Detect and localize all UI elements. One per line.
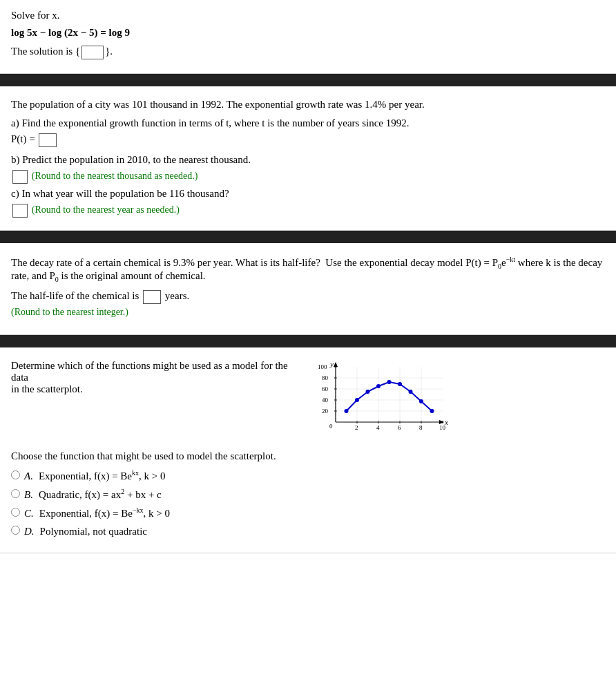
scatter-intro-text: Determine which of the functions might b… [11, 360, 301, 395]
answer-pt[interactable] [39, 133, 57, 147]
section-1: Solve for x. log 5x − log (2x − 5) = log… [0, 0, 616, 74]
solution-line: The solution is {}. [11, 46, 605, 59]
svg-text:4: 4 [376, 424, 380, 431]
divider-2 [0, 231, 616, 243]
halflife-prefix: The half-life of the chemical is [11, 290, 142, 301]
option-d-text: Polynomial, not quadratic [40, 526, 147, 537]
svg-text:y: y [329, 360, 334, 368]
answer-c-value[interactable] [12, 204, 28, 218]
scatter-line1: Determine which of the functions might b… [11, 360, 301, 383]
option-d[interactable]: D. Polynomial, not quadratic [11, 525, 605, 537]
part-c-answer-row: (Round to the nearest year as needed.) [11, 204, 605, 218]
svg-text:60: 60 [322, 385, 329, 392]
svg-point-39 [398, 382, 402, 386]
population-intro: The population of a city was 101 thousan… [11, 99, 605, 111]
svg-text:2: 2 [355, 424, 358, 431]
section-4: Determine which of the functions might b… [0, 347, 616, 553]
divider-1 [0, 74, 616, 86]
part-b-answer-row: (Round to the nearest thousand as needed… [11, 170, 605, 184]
part-b-label: b) Predict the population in 2010, to th… [11, 154, 605, 166]
svg-text:40: 40 [322, 397, 329, 403]
halflife-suffix: years. [165, 290, 189, 301]
svg-point-41 [419, 399, 423, 403]
part-a-text: a) Find the exponential growth function … [11, 117, 410, 128]
chart-svg: y x 20 40 60 80 100 2 [315, 360, 453, 439]
svg-text:80: 80 [322, 374, 329, 381]
option-a-letter: A. [24, 470, 33, 482]
scatterplot-chart: y x 20 40 60 80 100 2 [315, 360, 453, 442]
round-halflife-note: (Round to the nearest integer.) [11, 307, 605, 318]
divider-3 [0, 335, 616, 347]
answer-input-1[interactable] [81, 46, 104, 59]
halflife-line: The half-life of the chemical is years. [11, 290, 605, 304]
option-d-letter: D. [24, 526, 35, 537]
answer-b-value[interactable] [12, 170, 28, 184]
solution-prefix: The solution is { [11, 46, 80, 57]
options-list: A. Exponential, f(x) = Bekx, k > 0 B. Qu… [11, 469, 605, 537]
section-3: The decay rate of a certain chemical is … [0, 243, 616, 335]
svg-point-34 [345, 409, 349, 413]
equation-1: log 5x − log (2x − 5) = log 9 [11, 27, 605, 39]
radio-d[interactable] [11, 526, 20, 535]
problem-1-title: Solve for x. [11, 10, 605, 21]
part-a-label: a) Find the exponential growth function … [11, 117, 605, 129]
svg-point-35 [355, 398, 359, 402]
radio-c[interactable] [11, 508, 20, 517]
option-c-letter: C. [24, 508, 34, 519]
pt-line: P(t) = [11, 133, 605, 147]
svg-text:0: 0 [329, 423, 333, 430]
option-c-text: Exponential, f(x) = Be−kx, k > 0 [39, 506, 170, 519]
radio-a[interactable] [11, 470, 20, 479]
section-2: The population of a city was 101 thousan… [0, 86, 616, 231]
pt-prefix: P(t) = [11, 133, 35, 144]
option-b[interactable]: B. Quadratic, f(x) = ax2 + bx + c [11, 488, 605, 501]
svg-point-42 [430, 409, 434, 413]
svg-point-40 [409, 390, 413, 394]
round-c-note: (Round to the nearest year as needed.) [32, 204, 180, 215]
svg-marker-2 [334, 362, 338, 367]
scatter-container: Determine which of the functions might b… [11, 360, 605, 442]
answer-halflife[interactable] [143, 290, 161, 304]
svg-text:20: 20 [322, 408, 329, 414]
svg-point-36 [366, 390, 370, 394]
svg-text:8: 8 [419, 424, 423, 431]
option-a-text: Exponential, f(x) = Bekx, k > 0 [39, 469, 166, 482]
svg-point-37 [376, 384, 381, 388]
svg-text:100: 100 [318, 363, 327, 370]
choose-label: Choose the function that might be used t… [11, 450, 605, 462]
scatter-line2: in the scatterplot. [11, 383, 301, 395]
option-b-letter: B. [24, 489, 33, 501]
option-b-text: Quadratic, f(x) = ax2 + bx + c [39, 488, 162, 501]
svg-text:10: 10 [439, 424, 446, 431]
solution-suffix: }. [105, 46, 113, 57]
svg-point-38 [387, 380, 392, 384]
svg-text:6: 6 [398, 424, 401, 431]
decay-intro: The decay rate of a certain chemical is … [11, 256, 605, 283]
round-b-note: (Round to the nearest thousand as needed… [32, 171, 198, 181]
option-c[interactable]: C. Exponential, f(x) = Be−kx, k > 0 [11, 506, 605, 519]
radio-b[interactable] [11, 489, 20, 498]
option-a[interactable]: A. Exponential, f(x) = Bekx, k > 0 [11, 469, 605, 482]
part-c-label: c) In what year will the population be 1… [11, 188, 605, 200]
